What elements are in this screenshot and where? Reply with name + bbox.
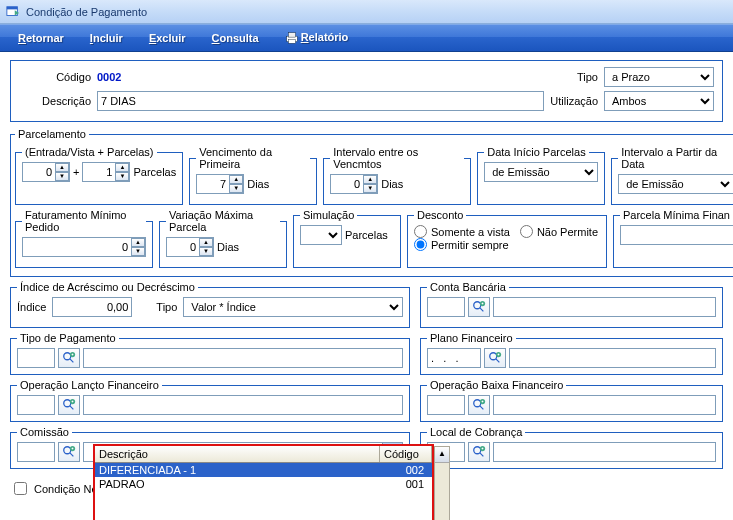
lookup-icon[interactable] — [58, 348, 80, 368]
toolbar: Retornardocument.currentScript.previousE… — [0, 24, 733, 52]
plano-desc-input[interactable] — [509, 348, 716, 368]
titlebar: Condição de Pagamento — [0, 0, 733, 24]
intervalo-stepper[interactable]: ▲▼ — [330, 174, 378, 194]
tipo-select[interactable]: a Prazo — [604, 67, 714, 87]
toolbar-incluir[interactable]: Incluir — [90, 32, 123, 44]
lookup-icon[interactable] — [468, 442, 490, 462]
svg-line-15 — [70, 406, 74, 410]
indice-input[interactable] — [52, 297, 132, 317]
desconto-permitir-radio[interactable]: Permitir sempre — [414, 238, 600, 251]
window-icon — [6, 5, 20, 19]
col-descricao[interactable]: Descrição — [95, 446, 380, 462]
parcelas-stepper[interactable]: ▲▼ — [82, 162, 130, 182]
toolbar-retornar[interactable]: Retornardocument.currentScript.previousE… — [18, 32, 64, 44]
svg-point-17 — [474, 400, 481, 407]
spin-down[interactable]: ▼ — [55, 172, 69, 181]
printer-icon — [285, 31, 299, 45]
toolbar-excluir[interactable]: Excluir — [149, 32, 186, 44]
descricao-input[interactable] — [97, 91, 544, 111]
svg-rect-3 — [288, 33, 295, 37]
opbaixa-code-input[interactable] — [427, 395, 465, 415]
codigo-label: Código — [19, 71, 91, 83]
lookup-icon[interactable] — [58, 395, 80, 415]
desconto-nao-radio[interactable]: Não Permite — [520, 225, 598, 238]
svg-line-6 — [480, 308, 484, 312]
desconto-somente-radio[interactable]: Somente a vista — [414, 225, 510, 238]
svg-rect-4 — [288, 40, 295, 44]
svg-line-12 — [496, 359, 500, 363]
svg-line-24 — [480, 453, 484, 457]
parcelamento-legend: Parcelamento — [15, 128, 89, 140]
svg-point-20 — [64, 447, 71, 454]
utilizacao-label: Utilização — [550, 95, 598, 107]
lookup-icon[interactable] — [58, 442, 80, 462]
opbaixa-desc-input[interactable] — [493, 395, 716, 415]
comissao-dropdown-list: Descrição Código DIFERENCIADA - 1002PADR… — [93, 444, 434, 520]
svg-point-5 — [474, 302, 481, 309]
parcela-min-input[interactable] — [620, 225, 733, 245]
oplancto-code-input[interactable] — [17, 395, 55, 415]
tipopag-code-input[interactable] — [17, 348, 55, 368]
venc-stepper[interactable]: ▲▼ — [196, 174, 244, 194]
var-max-stepper[interactable]: ▲▼ — [166, 237, 214, 257]
conta-code-input[interactable] — [427, 297, 465, 317]
dropdown-header: Descrição Código — [95, 446, 432, 463]
svg-line-9 — [70, 359, 74, 363]
scrollbar[interactable]: ▲ ▼ — [434, 446, 450, 520]
lookup-icon[interactable] — [468, 297, 490, 317]
window-title: Condição de Pagamento — [26, 6, 147, 18]
codigo-value: 0002 — [97, 71, 121, 83]
spin-up[interactable]: ▲ — [55, 163, 69, 172]
lookup-icon[interactable] — [484, 348, 506, 368]
plano-code-input[interactable] — [427, 348, 481, 368]
toolbar-relatorio[interactable]: Relatório — [285, 31, 349, 45]
fat-min-stepper[interactable]: ▲▼ — [22, 237, 146, 257]
lookup-icon[interactable] — [468, 395, 490, 415]
svg-point-11 — [490, 353, 497, 360]
svg-point-14 — [64, 400, 71, 407]
svg-rect-1 — [7, 6, 18, 9]
svg-point-23 — [474, 447, 481, 454]
scroll-up-icon[interactable]: ▲ — [435, 447, 449, 463]
svg-line-21 — [70, 453, 74, 457]
comissao-code-input[interactable] — [17, 442, 55, 462]
dropdown-item[interactable]: DIFERENCIADA - 1002 — [95, 463, 432, 477]
svg-line-18 — [480, 406, 484, 410]
conta-desc-input[interactable] — [493, 297, 716, 317]
oplancto-desc-input[interactable] — [83, 395, 403, 415]
svg-point-8 — [64, 353, 71, 360]
intervalo-partir-select[interactable]: de Emissão — [618, 174, 733, 194]
local-desc-input[interactable] — [493, 442, 716, 462]
tipo-label: Tipo — [577, 71, 598, 83]
utilizacao-select[interactable]: Ambos — [604, 91, 714, 111]
tipopag-desc-input[interactable] — [83, 348, 403, 368]
toolbar-consulta[interactable]: Consulta — [212, 32, 259, 44]
parcelamento-group: Parcelamento (Entrada/Vista + Parcelas) … — [10, 128, 733, 277]
dropdown-item[interactable]: PADRAO001 — [95, 477, 432, 491]
entrada-stepper[interactable]: ▲▼ — [22, 162, 70, 182]
descricao-label: Descrição — [19, 95, 91, 107]
col-codigo[interactable]: Código — [380, 446, 432, 462]
data-inicio-select[interactable]: de Emissão — [484, 162, 598, 182]
simulacao-select[interactable] — [300, 225, 342, 245]
indice-tipo-select[interactable]: Valor * Índice — [183, 297, 403, 317]
